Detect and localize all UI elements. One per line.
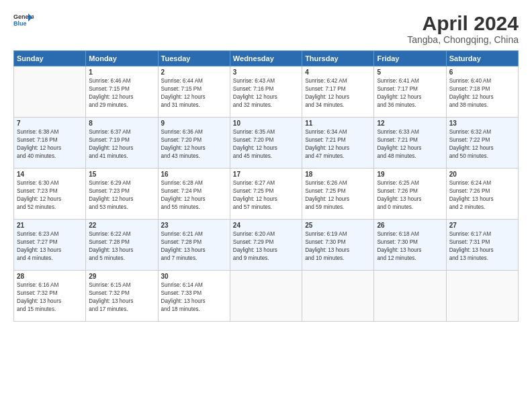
day-info: Sunrise: 6:34 AMSunset: 7:21 PMDaylight:…	[305, 128, 371, 161]
calendar-cell: 3Sunrise: 6:43 AMSunset: 7:16 PMDaylight…	[230, 66, 302, 118]
day-number: 5	[377, 68, 443, 76]
day-info-line: Sunrise: 6:41 AM	[377, 78, 418, 84]
day-info-line: Sunset: 7:30 PM	[377, 239, 418, 245]
day-info-line: and 34 minutes.	[305, 102, 344, 108]
calendar-cell: 16Sunrise: 6:28 AMSunset: 7:24 PMDayligh…	[158, 169, 230, 220]
day-info: Sunrise: 6:21 AMSunset: 7:28 PMDaylight:…	[161, 230, 227, 263]
header: General Blue April 2024 Tangba, Chongqin…	[13, 12, 519, 45]
day-info-line: Sunset: 7:23 PM	[17, 188, 58, 194]
day-info-line: Daylight: 13 hours	[233, 247, 277, 253]
day-info-line: and 36 minutes.	[377, 102, 416, 108]
day-info-line: and 52 minutes.	[17, 204, 56, 210]
day-number: 28	[17, 273, 83, 280]
calendar-cell: 13Sunrise: 6:32 AMSunset: 7:22 PMDayligh…	[446, 118, 518, 169]
day-info-line: and 0 minutes.	[377, 204, 413, 210]
day-info-line: Sunrise: 6:42 AM	[305, 78, 347, 84]
calendar-cell: 20Sunrise: 6:24 AMSunset: 7:26 PMDayligh…	[446, 169, 518, 220]
header-wednesday: Wednesday	[230, 51, 302, 66]
day-info-line: and 13 minutes.	[449, 255, 488, 261]
day-info: Sunrise: 6:18 AMSunset: 7:30 PMDaylight:…	[377, 230, 443, 263]
header-friday: Friday	[374, 51, 446, 66]
day-number: 23	[161, 222, 227, 229]
day-info-line: Daylight: 13 hours	[449, 247, 494, 253]
calendar-cell	[302, 271, 374, 322]
calendar-cell: 14Sunrise: 6:30 AMSunset: 7:23 PMDayligh…	[14, 169, 86, 220]
calendar-cell: 5Sunrise: 6:41 AMSunset: 7:17 PMDaylight…	[374, 66, 446, 118]
day-info: Sunrise: 6:41 AMSunset: 7:17 PMDaylight:…	[377, 77, 443, 109]
day-info-line: Daylight: 13 hours	[17, 247, 61, 253]
day-info-line: Sunrise: 6:46 AM	[89, 78, 130, 84]
day-info-line: Sunrise: 6:18 AM	[377, 231, 418, 237]
header-sunday: Sunday	[14, 51, 86, 66]
day-info: Sunrise: 6:22 AMSunset: 7:28 PMDaylight:…	[89, 230, 154, 263]
day-info-line: Sunset: 7:21 PM	[377, 137, 418, 143]
day-info-line: Sunrise: 6:37 AM	[89, 129, 130, 135]
day-number: 29	[89, 273, 154, 280]
calendar-cell: 17Sunrise: 6:27 AMSunset: 7:25 PMDayligh…	[230, 169, 302, 220]
day-info-line: Sunset: 7:29 PM	[233, 239, 274, 245]
day-info-line: Sunrise: 6:36 AM	[161, 129, 203, 135]
day-info-line: Sunrise: 6:22 AM	[89, 231, 130, 237]
calendar-cell: 11Sunrise: 6:34 AMSunset: 7:21 PMDayligh…	[302, 118, 374, 169]
day-info-line: Sunrise: 6:25 AM	[377, 180, 418, 186]
day-info-line: Sunset: 7:17 PM	[305, 86, 346, 92]
day-info-line: Sunrise: 6:27 AM	[233, 180, 275, 186]
svg-text:Blue: Blue	[13, 20, 27, 27]
day-number: 12	[377, 120, 443, 127]
day-number: 3	[233, 68, 299, 76]
day-number: 21	[17, 222, 83, 229]
day-info-line: Daylight: 12 hours	[233, 145, 277, 151]
day-info-line: Sunrise: 6:33 AM	[377, 129, 418, 135]
day-info-line: and 50 minutes.	[449, 153, 488, 159]
day-info-line: and 31 minutes.	[161, 102, 200, 108]
day-number: 30	[161, 273, 227, 280]
day-number: 17	[233, 171, 299, 178]
day-info-line: Daylight: 12 hours	[89, 94, 133, 100]
day-info-line: and 59 minutes.	[305, 204, 344, 210]
calendar-cell: 1Sunrise: 6:46 AMSunset: 7:15 PMDaylight…	[86, 66, 158, 118]
day-number: 25	[305, 222, 371, 229]
day-info-line: Sunrise: 6:43 AM	[233, 78, 275, 84]
calendar-table: Sunday Monday Tuesday Wednesday Thursday…	[13, 50, 519, 322]
day-info-line: and 38 minutes.	[449, 102, 488, 108]
day-number: 18	[305, 171, 371, 178]
day-info: Sunrise: 6:20 AMSunset: 7:29 PMDaylight:…	[233, 230, 299, 263]
day-info-line: Daylight: 12 hours	[161, 196, 206, 202]
calendar-cell: 21Sunrise: 6:23 AMSunset: 7:27 PMDayligh…	[14, 220, 86, 271]
day-number: 6	[449, 68, 515, 76]
calendar-cell: 25Sunrise: 6:19 AMSunset: 7:30 PMDayligh…	[302, 220, 374, 271]
calendar-cell: 26Sunrise: 6:18 AMSunset: 7:30 PMDayligh…	[374, 220, 446, 271]
day-info-line: Sunrise: 6:24 AM	[449, 180, 491, 186]
day-number: 19	[377, 171, 443, 178]
day-info-line: and 17 minutes.	[89, 306, 128, 312]
day-info-line: Daylight: 12 hours	[377, 94, 421, 100]
day-info: Sunrise: 6:42 AMSunset: 7:17 PMDaylight:…	[305, 77, 371, 109]
day-info-line: Sunset: 7:22 PM	[449, 137, 490, 143]
day-info-line: Sunset: 7:17 PM	[377, 86, 418, 92]
day-number: 20	[449, 171, 515, 178]
day-info-line: Sunset: 7:16 PM	[233, 86, 274, 92]
header-saturday: Saturday	[446, 51, 518, 66]
day-info-line: Daylight: 13 hours	[17, 298, 61, 304]
day-info-line: Sunrise: 6:35 AM	[233, 129, 275, 135]
calendar-cell	[230, 271, 302, 322]
day-info-line: Sunset: 7:32 PM	[89, 290, 130, 296]
day-info-line: Sunrise: 6:44 AM	[161, 78, 203, 84]
day-info-line: Sunrise: 6:28 AM	[161, 180, 203, 186]
day-info-line: Sunrise: 6:23 AM	[17, 231, 58, 237]
calendar-cell: 15Sunrise: 6:29 AMSunset: 7:23 PMDayligh…	[86, 169, 158, 220]
day-info-line: Daylight: 12 hours	[89, 196, 133, 202]
day-info: Sunrise: 6:36 AMSunset: 7:20 PMDaylight:…	[161, 128, 227, 161]
day-number: 9	[161, 120, 227, 127]
calendar-week-row-5: 28Sunrise: 6:16 AMSunset: 7:32 PMDayligh…	[14, 271, 519, 322]
day-info-line: Sunset: 7:26 PM	[377, 188, 418, 194]
day-number: 7	[17, 120, 83, 127]
day-info-line: Sunset: 7:26 PM	[449, 188, 490, 194]
day-info: Sunrise: 6:29 AMSunset: 7:23 PMDaylight:…	[89, 179, 154, 212]
day-info-line: Daylight: 12 hours	[305, 94, 349, 100]
day-info-line: Sunrise: 6:32 AM	[449, 129, 491, 135]
day-number: 22	[89, 222, 154, 229]
day-number: 24	[233, 222, 299, 229]
day-info-line: Sunset: 7:33 PM	[161, 290, 202, 296]
day-info-line: Daylight: 13 hours	[377, 196, 421, 202]
